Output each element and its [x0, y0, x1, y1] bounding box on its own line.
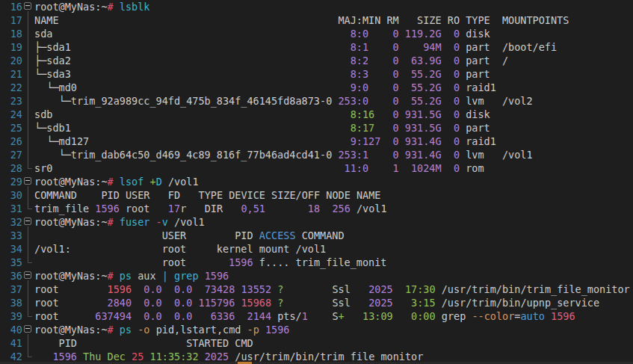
- token-p: 0,51: [241, 203, 265, 215]
- token-p: 0: [393, 68, 399, 80]
- line-number[interactable]: 21: [0, 67, 22, 81]
- fold-guide: [22, 229, 34, 242]
- code-line-text[interactable]: root@MyNas:~# lsof +D /vol1: [34, 175, 633, 188]
- line-number[interactable]: 16: [0, 0, 22, 13]
- token-p: 253:1: [338, 149, 368, 161]
- token-p: 55.2G: [411, 68, 442, 80]
- token-w: disk: [466, 108, 490, 120]
- line-number[interactable]: 25: [0, 121, 22, 135]
- token-w: └─trim_92a989cc_94fd_475b_834f_46145fd8a…: [34, 95, 332, 107]
- code-line-text[interactable]: └─md127 9:127 0 931.4G 0 raid1: [34, 135, 633, 148]
- line-number[interactable]: 32: [0, 215, 22, 229]
- code-line-text[interactable]: root@MyNas:~# ps aux | grep 1596: [34, 269, 633, 283]
- line-number[interactable]: 36: [0, 269, 22, 283]
- editor-line: 28sr0 11:0 1 1024M 0 rom: [0, 161, 633, 175]
- line-number[interactable]: 38: [0, 296, 22, 309]
- code-line-text[interactable]: PID STARTED CMD: [34, 336, 633, 350]
- token-o: -p: [247, 324, 259, 336]
- fold-collapse-icon[interactable]: [22, 323, 34, 336]
- code-line-text[interactable]: USER PID ACCESS COMMAND: [34, 229, 633, 242]
- line-number[interactable]: 27: [0, 148, 22, 161]
- editor-line: 33 USER PID ACCESS COMMAND: [0, 229, 633, 242]
- code-line-text[interactable]: └─sdb1 8:17 0 931.5G 0 part: [34, 121, 633, 135]
- code-line-text[interactable]: NAME MAJ:MIN RM SIZE RO TYPE MOUNTPOINTS: [34, 13, 633, 27]
- line-number[interactable]: 23: [0, 94, 22, 108]
- code-line-text[interactable]: trim_file 1596 root 17r DIR 0,51 18 256 …: [34, 202, 633, 215]
- token-p: 8:1: [351, 41, 368, 53]
- line-number[interactable]: 26: [0, 135, 22, 148]
- code-line-text[interactable]: root 1596 0.0 0.0 73428 13552 ? Ssl 2025…: [34, 283, 633, 296]
- token-c: lsof: [120, 176, 144, 188]
- token-p: 0: [454, 149, 460, 161]
- code-line-text[interactable]: └─trim_92a989cc_94fd_475b_834f_46145fd8a…: [34, 94, 633, 108]
- line-number[interactable]: 28: [0, 161, 22, 175]
- line-number[interactable]: 20: [0, 54, 22, 67]
- code-line-text[interactable]: root 2840 0.0 0.0 115796 15968 ? Ssl 202…: [34, 296, 633, 309]
- line-number[interactable]: 41: [0, 336, 22, 350]
- token-red: #: [108, 270, 114, 282]
- code-line-text[interactable]: root@MyNas:~# ps -o pid,lstart,cmd -p 15…: [34, 323, 633, 336]
- token-w: USER: [162, 229, 187, 241]
- token-p: 256: [332, 203, 350, 215]
- token-p: 2025: [368, 297, 393, 309]
- line-number[interactable]: 30: [0, 188, 22, 202]
- token-w: root@MyNas:~: [34, 270, 108, 282]
- code-line-text[interactable]: └─md0 9:0 0 55.2G 0 raid1: [34, 81, 633, 94]
- token-w: [168, 270, 174, 282]
- token-w: part: [466, 55, 490, 67]
- code-line-text[interactable]: sdb 8:16 0 931.5G 0 disk: [34, 108, 633, 121]
- token-w: /vol1: [162, 176, 199, 188]
- line-number[interactable]: 40: [0, 323, 22, 336]
- fold-collapse-icon[interactable]: [22, 269, 34, 283]
- line-number[interactable]: 22: [0, 81, 22, 94]
- token-w: MAJ:MIN: [338, 14, 380, 26]
- code-line-text[interactable]: ├─sda1 8:1 0 94M 0 part /boot/efi: [34, 40, 633, 54]
- line-number[interactable]: 39: [0, 309, 22, 323]
- line-number[interactable]: 31: [0, 202, 22, 215]
- line-number[interactable]: 34: [0, 242, 22, 256]
- token-w: ├─sda1: [34, 41, 71, 53]
- line-number[interactable]: 24: [0, 108, 22, 121]
- token-w: root: [162, 243, 187, 255]
- fold-collapse-icon[interactable]: [22, 0, 34, 13]
- token-w: root: [34, 283, 59, 295]
- token-p: 17: [168, 203, 180, 215]
- line-number[interactable]: 19: [0, 40, 22, 54]
- code-line-text[interactable]: ├─sda2 8:2 0 63.9G 0 part /: [34, 54, 633, 67]
- code-line-text[interactable]: root 637494 0.0 0.0 6336 2144 pts/1 S+ 1…: [34, 309, 633, 323]
- editor-line: 21└─sda3 8:3 0 55.2G 0 part: [0, 67, 633, 81]
- code-line-text[interactable]: root@MyNas:~# lsblk: [34, 0, 633, 13]
- fold-guide: [22, 27, 34, 40]
- line-number[interactable]: 29: [0, 175, 22, 188]
- code-line-text[interactable]: /vol1: root kernel mount /vol1: [34, 242, 633, 256]
- code-line-text[interactable]: COMMAND PID USER FD TYPE DEVICE SIZE/OFF…: [34, 188, 633, 202]
- token-w: /usr/trim/bin/trim_file_monitor: [442, 283, 630, 295]
- token-p: 13552: [241, 283, 271, 295]
- line-number[interactable]: 37: [0, 283, 22, 296]
- token-w: [132, 324, 138, 336]
- fold-collapse-icon[interactable]: [22, 215, 34, 229]
- line-number[interactable]: 18: [0, 27, 22, 40]
- code-line-text[interactable]: root@MyNas:~# fuser -v /vol1: [34, 215, 633, 229]
- token-w: └─trim_dab64c50_d469_4c89_816f_77b46ad4c…: [34, 149, 332, 161]
- line-number[interactable]: 33: [0, 229, 22, 242]
- token-red: #: [108, 176, 114, 188]
- token-p: 0: [393, 41, 399, 53]
- code-line-text[interactable]: └─trim_dab64c50_d469_4c89_816f_77b46ad4c…: [34, 148, 633, 161]
- code-line-text[interactable]: sda 8:0 0 119.2G 0 disk: [34, 27, 633, 40]
- token-w: /boot/efi: [502, 41, 557, 53]
- code-line-text[interactable]: root 1596 f.... trim_file_monit: [34, 256, 633, 269]
- token-w: [199, 270, 205, 282]
- line-number[interactable]: 17: [0, 13, 22, 27]
- token-g: 8:16: [351, 108, 375, 120]
- token-w: [149, 216, 155, 228]
- token-p: 0: [393, 95, 399, 107]
- token-w: COMMAND: [34, 189, 77, 201]
- line-number[interactable]: 35: [0, 256, 22, 269]
- fold-collapse-icon[interactable]: [22, 175, 34, 188]
- code-line-text[interactable]: sr0 11:0 1 1024M 0 rom: [34, 161, 633, 175]
- editor-line: 29root@MyNas:~# lsof +D /vol1: [0, 175, 633, 188]
- code-line-text[interactable]: └─sda3 8:3 0 55.2G 0 part: [34, 67, 633, 81]
- token-g: 17:30: [405, 283, 436, 295]
- token-w: [114, 176, 120, 188]
